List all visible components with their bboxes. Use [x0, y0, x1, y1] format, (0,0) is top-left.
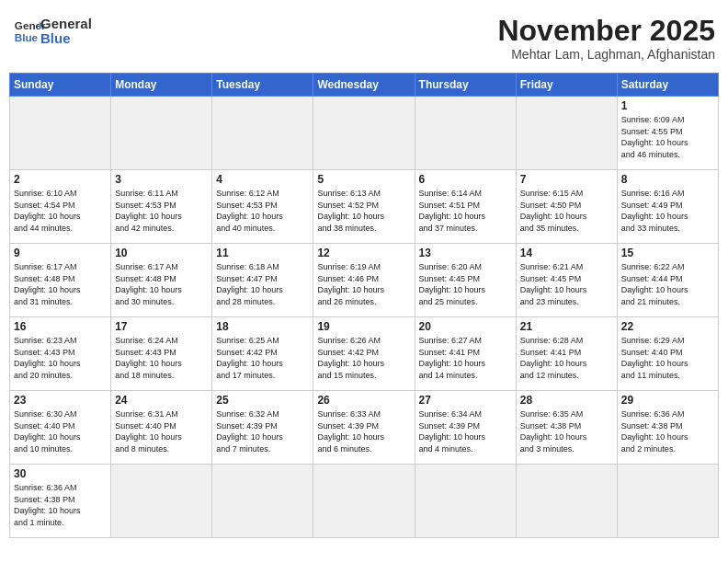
day-info: Sunrise: 6:31 AM Sunset: 4:40 PM Dayligh…: [115, 408, 208, 454]
calendar-cell: 23Sunrise: 6:30 AM Sunset: 4:40 PM Dayli…: [10, 391, 111, 465]
day-number: 8: [621, 173, 714, 186]
calendar-cell: 18Sunrise: 6:25 AM Sunset: 4:42 PM Dayli…: [212, 317, 313, 391]
day-number: 11: [216, 247, 309, 259]
calendar-cell: [10, 97, 111, 170]
day-number: 9: [14, 247, 107, 259]
calendar-cell: 21Sunrise: 6:28 AM Sunset: 4:41 PM Dayli…: [516, 317, 617, 391]
day-info: Sunrise: 6:16 AM Sunset: 4:49 PM Dayligh…: [621, 188, 714, 234]
day-info: Sunrise: 6:18 AM Sunset: 4:47 PM Dayligh…: [216, 261, 309, 307]
day-info: Sunrise: 6:15 AM Sunset: 4:50 PM Dayligh…: [520, 188, 613, 234]
logo-blue: Blue: [40, 31, 92, 47]
day-number: 18: [216, 320, 309, 333]
day-number: 19: [317, 320, 410, 333]
calendar-cell: 24Sunrise: 6:31 AM Sunset: 4:40 PM Dayli…: [111, 391, 212, 465]
calendar-cell: 17Sunrise: 6:24 AM Sunset: 4:43 PM Dayli…: [111, 317, 212, 391]
calendar-cell: 30Sunrise: 6:36 AM Sunset: 4:38 PM Dayli…: [10, 465, 111, 538]
day-number: 25: [216, 394, 309, 407]
day-number: 21: [520, 320, 613, 333]
calendar-cell: 28Sunrise: 6:35 AM Sunset: 4:38 PM Dayli…: [516, 391, 617, 465]
day-number: 16: [14, 320, 107, 333]
day-info: Sunrise: 6:29 AM Sunset: 4:40 PM Dayligh…: [621, 335, 714, 381]
day-number: 13: [419, 247, 512, 259]
day-number: 20: [419, 320, 512, 333]
calendar-cell: 6Sunrise: 6:14 AM Sunset: 4:51 PM Daylig…: [415, 170, 516, 244]
calendar-cell: [415, 465, 516, 538]
day-number: 27: [419, 394, 512, 407]
calendar-cell: [516, 465, 617, 538]
day-info: Sunrise: 6:14 AM Sunset: 4:51 PM Dayligh…: [419, 188, 512, 234]
calendar-cell: 13Sunrise: 6:20 AM Sunset: 4:45 PM Dayli…: [415, 244, 516, 317]
logo: General Blue General Blue: [13, 15, 92, 48]
calendar-cell: 9Sunrise: 6:17 AM Sunset: 4:48 PM Daylig…: [10, 244, 111, 317]
day-info: Sunrise: 6:32 AM Sunset: 4:39 PM Dayligh…: [216, 408, 309, 454]
calendar-table: SundayMondayTuesdayWednesdayThursdayFrid…: [9, 73, 719, 538]
calendar-cell: 29Sunrise: 6:36 AM Sunset: 4:38 PM Dayli…: [617, 391, 718, 465]
day-info: Sunrise: 6:27 AM Sunset: 4:41 PM Dayligh…: [419, 335, 512, 381]
day-number: 7: [520, 173, 613, 186]
day-header-thursday: Thursday: [415, 74, 516, 97]
day-number: 2: [14, 173, 107, 186]
day-info: Sunrise: 6:12 AM Sunset: 4:53 PM Dayligh…: [216, 188, 309, 234]
day-number: 3: [115, 173, 208, 186]
svg-text:Blue: Blue: [15, 31, 39, 43]
day-info: Sunrise: 6:17 AM Sunset: 4:48 PM Dayligh…: [115, 261, 208, 307]
day-number: 17: [115, 320, 208, 333]
day-number: 15: [621, 247, 714, 259]
calendar-cell: [415, 97, 516, 170]
day-info: Sunrise: 6:36 AM Sunset: 4:38 PM Dayligh…: [14, 482, 107, 528]
calendar-cell: [617, 465, 718, 538]
day-info: Sunrise: 6:19 AM Sunset: 4:46 PM Dayligh…: [317, 261, 410, 307]
calendar-cell: [212, 465, 313, 538]
calendar-cell: 25Sunrise: 6:32 AM Sunset: 4:39 PM Dayli…: [212, 391, 313, 465]
calendar-cell: [313, 465, 415, 538]
day-info: Sunrise: 6:24 AM Sunset: 4:43 PM Dayligh…: [115, 335, 208, 381]
calendar-cell: [111, 97, 212, 170]
day-number: 23: [14, 394, 107, 407]
calendar-cell: 26Sunrise: 6:33 AM Sunset: 4:39 PM Dayli…: [313, 391, 415, 465]
day-info: Sunrise: 6:25 AM Sunset: 4:42 PM Dayligh…: [216, 335, 309, 381]
day-info: Sunrise: 6:13 AM Sunset: 4:52 PM Dayligh…: [317, 188, 410, 234]
calendar-cell: 10Sunrise: 6:17 AM Sunset: 4:48 PM Dayli…: [111, 244, 212, 317]
header: General Blue General Blue November 2025 …: [9, 9, 719, 67]
day-number: 22: [621, 320, 714, 333]
calendar-cell: 5Sunrise: 6:13 AM Sunset: 4:52 PM Daylig…: [313, 170, 415, 244]
calendar-cell: 3Sunrise: 6:11 AM Sunset: 4:53 PM Daylig…: [111, 170, 212, 244]
logo-general: General: [40, 17, 92, 32]
day-info: Sunrise: 6:34 AM Sunset: 4:39 PM Dayligh…: [419, 408, 512, 454]
day-info: Sunrise: 6:11 AM Sunset: 4:53 PM Dayligh…: [115, 188, 208, 234]
day-number: 24: [115, 394, 208, 407]
calendar-cell: [313, 97, 415, 170]
calendar-cell: 14Sunrise: 6:21 AM Sunset: 4:45 PM Dayli…: [516, 244, 617, 317]
day-number: 5: [317, 173, 410, 186]
day-number: 26: [317, 394, 410, 407]
calendar-cell: 20Sunrise: 6:27 AM Sunset: 4:41 PM Dayli…: [415, 317, 516, 391]
day-info: Sunrise: 6:09 AM Sunset: 4:55 PM Dayligh…: [621, 114, 714, 160]
day-info: Sunrise: 6:36 AM Sunset: 4:38 PM Dayligh…: [621, 408, 714, 454]
day-header-monday: Monday: [111, 74, 212, 97]
calendar-cell: 11Sunrise: 6:18 AM Sunset: 4:47 PM Dayli…: [212, 244, 313, 317]
calendar-cell: 15Sunrise: 6:22 AM Sunset: 4:44 PM Dayli…: [617, 244, 718, 317]
calendar-cell: 8Sunrise: 6:16 AM Sunset: 4:49 PM Daylig…: [617, 170, 718, 244]
day-info: Sunrise: 6:20 AM Sunset: 4:45 PM Dayligh…: [419, 261, 512, 307]
day-header-wednesday: Wednesday: [313, 74, 415, 97]
calendar-cell: [212, 97, 313, 170]
day-header-sunday: Sunday: [10, 74, 111, 97]
day-number: 29: [621, 394, 714, 407]
calendar-header: SundayMondayTuesdayWednesdayThursdayFrid…: [10, 74, 719, 97]
calendar-cell: 2Sunrise: 6:10 AM Sunset: 4:54 PM Daylig…: [10, 170, 111, 244]
day-info: Sunrise: 6:33 AM Sunset: 4:39 PM Dayligh…: [317, 408, 410, 454]
day-header-saturday: Saturday: [617, 74, 718, 97]
calendar-cell: 27Sunrise: 6:34 AM Sunset: 4:39 PM Dayli…: [415, 391, 516, 465]
calendar-body: 1Sunrise: 6:09 AM Sunset: 4:55 PM Daylig…: [10, 97, 719, 538]
day-info: Sunrise: 6:21 AM Sunset: 4:45 PM Dayligh…: [520, 261, 613, 307]
calendar-cell: 7Sunrise: 6:15 AM Sunset: 4:50 PM Daylig…: [516, 170, 617, 244]
day-number: 12: [317, 247, 410, 259]
day-number: 6: [419, 173, 512, 186]
day-number: 28: [520, 394, 613, 407]
month-year-title: November 2025: [497, 15, 715, 47]
calendar-cell: 19Sunrise: 6:26 AM Sunset: 4:42 PM Dayli…: [313, 317, 415, 391]
title-block: November 2025 Mehtar Lam, Laghman, Afgha…: [497, 15, 715, 62]
day-info: Sunrise: 6:26 AM Sunset: 4:42 PM Dayligh…: [317, 335, 410, 381]
day-info: Sunrise: 6:10 AM Sunset: 4:54 PM Dayligh…: [14, 188, 107, 234]
day-number: 14: [520, 247, 613, 259]
